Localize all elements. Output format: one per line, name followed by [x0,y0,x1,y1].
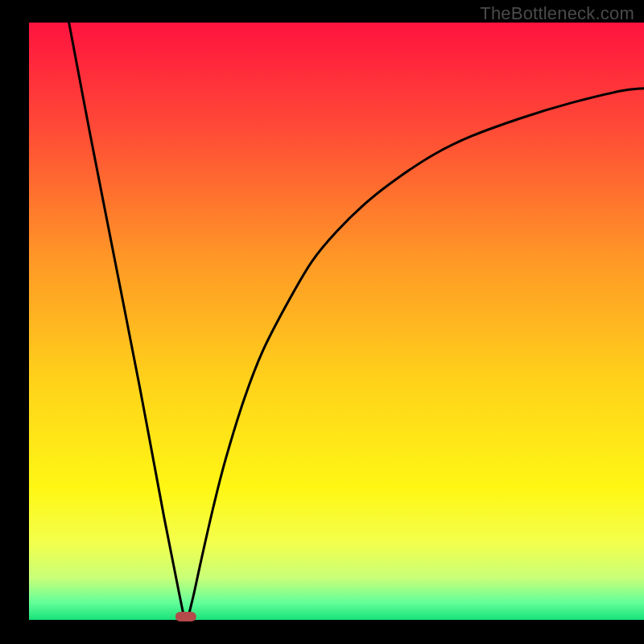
chart-background [29,23,644,620]
watermark-text: TheBottleneck.com [480,3,634,24]
optimum-marker [175,612,196,621]
bottleneck-chart [0,0,644,644]
chart-frame: TheBottleneck.com [0,0,644,644]
